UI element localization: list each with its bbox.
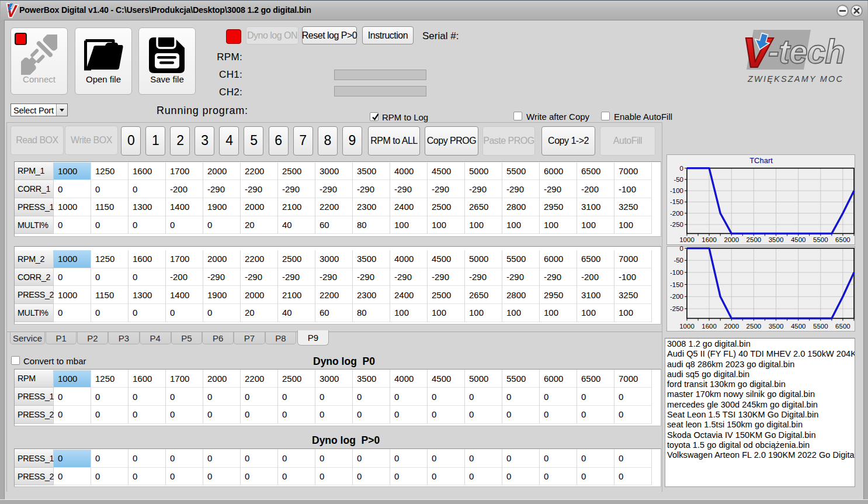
svg-text:6500: 6500 [835,323,850,330]
svg-text:-100: -100 [670,187,683,194]
svg-text:-200: -200 [670,210,683,217]
svg-text:5500: 5500 [813,323,828,330]
svg-text:-250: -250 [670,221,683,228]
svg-text:-150: -150 [670,281,683,288]
svg-text:4500: 4500 [791,236,806,243]
svg-text:TChart: TChart [749,156,773,165]
svg-text:0: 0 [680,246,683,252]
svg-text:1000: 1000 [679,236,695,243]
svg-text:3500: 3500 [769,323,784,330]
svg-text:0: 0 [680,165,683,172]
svg-text:-250: -250 [670,305,683,312]
svg-text:ZWIĘKSZAMY MOC: ZWIĘKSZAMY MOC [747,74,843,84]
svg-text:-50: -50 [673,176,683,183]
svg-text:2500: 2500 [747,323,762,330]
svg-text:6500: 6500 [835,236,850,243]
svg-text:1000: 1000 [679,323,695,330]
svg-text:1600: 1600 [702,323,717,330]
svg-text:-50: -50 [673,257,683,264]
svg-text:2000: 2000 [724,236,739,243]
svg-text:5500: 5500 [813,236,828,243]
svg-text:-tech: -tech [768,33,845,70]
svg-text:4500: 4500 [791,323,806,330]
svg-text:2500: 2500 [747,236,762,243]
svg-text:1600: 1600 [702,236,717,243]
svg-text:-100: -100 [670,269,683,276]
svg-text:2000: 2000 [724,323,739,330]
svg-text:3500: 3500 [769,236,784,243]
svg-text:-150: -150 [670,198,683,205]
svg-text:-200: -200 [670,293,683,300]
